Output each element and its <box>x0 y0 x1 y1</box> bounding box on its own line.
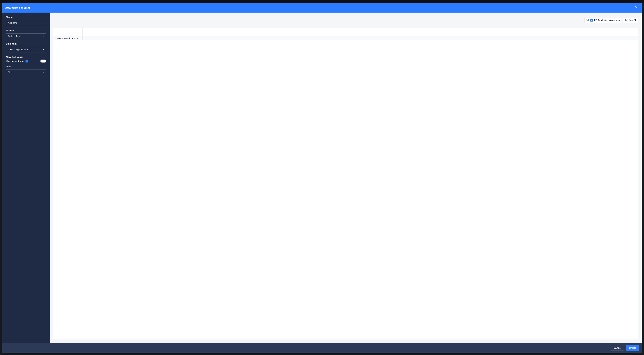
preview-area: i P2 Products: No access Jan 21 <box>50 12 642 343</box>
modal-body: Name Module Actions Test Line item Units… <box>2 12 642 343</box>
close-icon <box>635 6 638 10</box>
preview-grid: Units bought by users <box>53 28 638 339</box>
grid-body <box>53 40 638 339</box>
modal-header: Data Write designer <box>2 3 642 12</box>
modal-footer: Cancel Create <box>2 343 642 353</box>
gear-icon <box>586 19 589 22</box>
module-label: Module <box>6 29 46 32</box>
name-input[interactable] <box>6 20 46 26</box>
user-select-placeholder: Find... <box>8 71 14 74</box>
products-chip[interactable]: i P2 Products: No access <box>584 17 622 23</box>
chevron-down-icon <box>42 35 44 38</box>
user-label: User <box>6 65 46 68</box>
chevron-down-icon <box>42 48 44 51</box>
chevron-down-icon <box>42 71 44 74</box>
gear-icon <box>625 19 628 22</box>
line-item-select-value: Units bought by users <box>8 48 30 51</box>
close-button[interactable] <box>634 5 639 10</box>
info-icon[interactable]: i <box>26 60 28 62</box>
data-write-designer-modal: Data Write designer Name Module Actions … <box>2 3 642 353</box>
new-cell-value-label: New Cell Value <box>6 56 46 58</box>
products-chip-label: P2 Products: No access <box>594 19 620 21</box>
config-sidebar: Name Module Actions Test Line item Units… <box>2 12 50 343</box>
use-current-user-left: Use current user i <box>6 60 28 62</box>
use-current-user-label: Use current user <box>6 60 24 62</box>
user-select[interactable]: Find... <box>6 69 46 75</box>
line-item-label: Line item <box>6 42 46 45</box>
module-select-value: Actions Test <box>8 35 20 37</box>
toggle-knob <box>40 60 43 62</box>
line-item-field-group: Line item Units bought by users <box>6 42 46 52</box>
svg-point-3 <box>626 20 627 20</box>
line-item-select[interactable]: Units bought by users <box>6 47 46 52</box>
app-topbar-shadow <box>0 0 644 3</box>
create-button[interactable]: Create <box>626 345 639 351</box>
date-chip-label: Jan 21 <box>629 19 636 21</box>
use-current-user-row: Use current user i <box>6 59 46 63</box>
module-field-group: Module Actions Test <box>6 29 46 39</box>
info-icon: i <box>590 19 593 21</box>
new-cell-value-section: New Cell Value Use current user i <box>6 56 46 63</box>
date-chip[interactable]: Jan 21 <box>623 17 638 23</box>
grid-header-rest <box>83 28 638 36</box>
user-field-group: User Find... <box>6 65 46 75</box>
name-field-group: Name <box>6 16 46 26</box>
svg-point-2 <box>587 20 588 20</box>
grid-header-row <box>53 28 638 36</box>
cancel-button[interactable]: Cancel <box>610 345 624 351</box>
module-select[interactable]: Actions Test <box>6 33 46 39</box>
preview-toolbar: i P2 Products: No access Jan 21 <box>50 12 642 28</box>
grid-row-rest <box>83 36 638 40</box>
use-current-user-toggle[interactable] <box>40 59 46 63</box>
name-label: Name <box>6 16 46 18</box>
grid-row-header: Units bought by users <box>53 36 638 40</box>
grid-row-header-label[interactable]: Units bought by users <box>53 36 83 40</box>
grid-corner-cell <box>53 28 83 36</box>
modal-title: Data Write designer <box>5 6 30 9</box>
